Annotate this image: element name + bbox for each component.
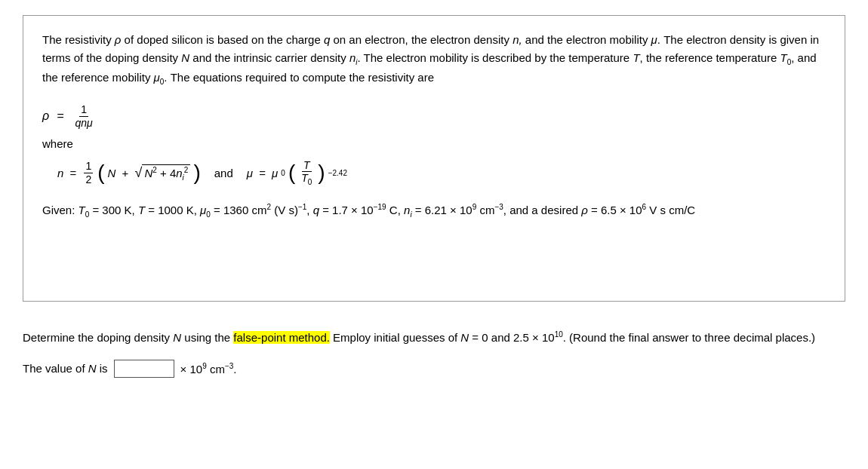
mu-frac-bot: T0 [300,172,313,187]
n-half-fraction: 1 2 [84,160,93,186]
intro-paragraph: The resistivity ρ of doped silicon is ba… [42,31,826,88]
mu-right-paren: ) [318,162,325,183]
main-content-box: The resistivity ρ of doped silicon is ba… [23,15,845,302]
given-values: Given: T0 = 300 K, T = 1000 K, μ0 = 1360… [42,201,826,221]
n-half-den: 2 [84,173,93,186]
mu-equation: μ = μ0 ( T T0 ) −2.42 [247,159,347,188]
rho-fraction: 1 qnμ [73,103,94,130]
question-text: Determine the doping density N using the… [23,328,845,348]
n-half-num: 1 [84,160,93,173]
rho-denominator: qnμ [73,117,94,130]
answer-unit: × 109 cm−3. [180,362,237,376]
mu-frac-top: T [302,159,312,173]
answer-input-box[interactable] [114,360,174,378]
mu-left-paren: ( [288,162,295,183]
sqrt-container: √ N2 + 4ni2 [135,164,191,182]
left-paren: ( [97,162,104,183]
right-paren: ) [193,162,200,183]
answer-line: The value of N is × 109 cm−3. [23,360,845,378]
and-label: and [214,167,233,179]
rho-numerator: 1 [79,103,88,117]
sqrt-content: N2 + 4ni2 [142,164,190,182]
mu-exponent: −2.42 [328,169,347,177]
sqrt-symbol: √ [135,165,143,181]
where-label: where [42,137,826,150]
question-section: Determine the doping density N using the… [23,320,845,378]
answer-label: The value of N is [23,362,108,375]
n-equation: n = 1 2 ( N + √ N2 + 4ni2 ) [57,160,201,186]
highlight-text: false-point method. [233,331,330,344]
mu-fraction: T T0 [300,159,313,188]
rho-equation: ρ = 1 qnμ [42,103,826,130]
equations-line: n = 1 2 ( N + √ N2 + 4ni2 ) and μ = μ0 (… [57,159,826,188]
